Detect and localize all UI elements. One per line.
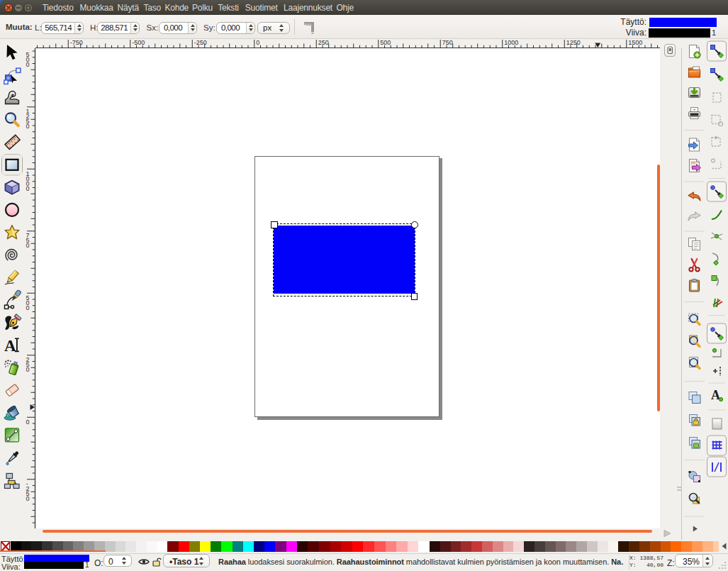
svg-text:A: A bbox=[711, 388, 720, 402]
svg-text:5: 5 bbox=[26, 294, 30, 301]
svg-text:750: 750 bbox=[442, 39, 453, 46]
svg-text:7: 7 bbox=[26, 232, 30, 239]
svg-text:0: 0 bbox=[26, 185, 30, 192]
svg-text:0: 0 bbox=[26, 366, 30, 373]
svg-text:-500: -500 bbox=[132, 39, 145, 46]
svg-text:0: 0 bbox=[26, 304, 30, 311]
svg-text:0: 0 bbox=[26, 123, 30, 130]
svg-text:-250: -250 bbox=[194, 39, 207, 46]
svg-text:5: 5 bbox=[26, 361, 30, 368]
svg-text:1000: 1000 bbox=[504, 39, 518, 46]
svg-text:1500: 1500 bbox=[628, 39, 642, 46]
svg-text:0: 0 bbox=[26, 56, 30, 63]
svg-text:0: 0 bbox=[26, 61, 30, 68]
svg-text:5: 5 bbox=[26, 490, 30, 497]
svg-text:-: - bbox=[26, 480, 28, 487]
svg-text:5: 5 bbox=[26, 51, 30, 58]
svg-text:-750: -750 bbox=[70, 39, 83, 46]
svg-text:0: 0 bbox=[26, 175, 30, 182]
svg-text:A: A bbox=[4, 337, 16, 355]
svg-text:2: 2 bbox=[26, 356, 30, 363]
svg-text:0: 0 bbox=[26, 495, 30, 502]
svg-text:0: 0 bbox=[26, 299, 30, 306]
svg-text:1: 1 bbox=[26, 108, 30, 115]
svg-text:5: 5 bbox=[26, 118, 30, 125]
svg-text:500: 500 bbox=[380, 39, 391, 46]
svg-text:0: 0 bbox=[26, 242, 30, 249]
svg-text:5: 5 bbox=[26, 237, 30, 244]
svg-text:1250: 1250 bbox=[566, 39, 581, 46]
svg-text:250: 250 bbox=[318, 39, 329, 46]
svg-text:0: 0 bbox=[256, 39, 259, 46]
svg-text:0: 0 bbox=[26, 180, 30, 187]
svg-text:0: 0 bbox=[26, 418, 30, 426]
svg-text:2: 2 bbox=[26, 113, 30, 120]
svg-text:1: 1 bbox=[26, 170, 30, 177]
svg-text:2: 2 bbox=[26, 485, 30, 492]
